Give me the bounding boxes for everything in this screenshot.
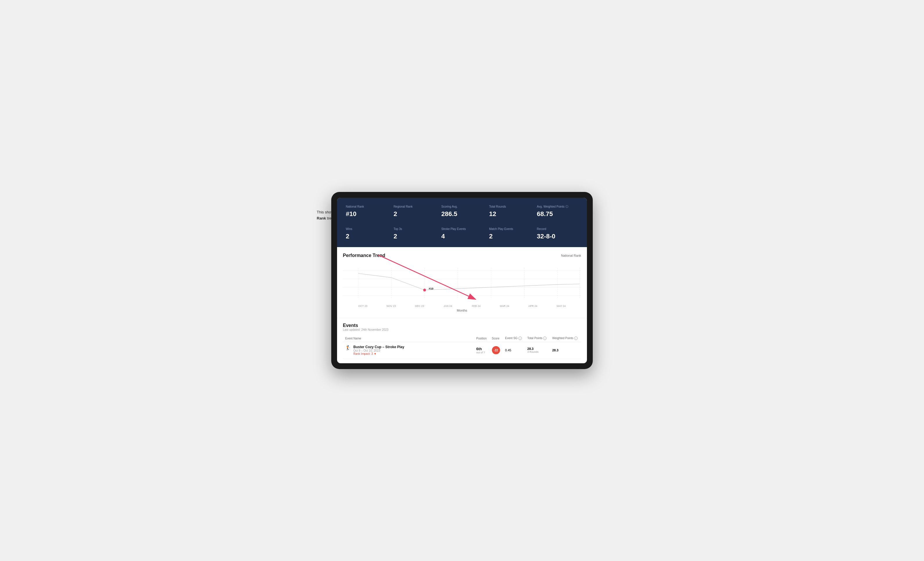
- col-event-name-label: Event Name: [345, 337, 361, 340]
- stats-row-1: National Rank #10 Regional Rank 2 Scorin…: [337, 198, 587, 225]
- stat-stroke-play-events-label: Stroke Play Events: [441, 227, 483, 231]
- total-points-info-icon: i: [543, 337, 546, 340]
- col-event-name: Event Name: [343, 335, 474, 342]
- col-event-sg-label: Event SG: [505, 337, 518, 340]
- x-label-may24: MAY 24: [547, 305, 576, 308]
- stat-scoring-avg: Scoring Avg. 286.5: [438, 202, 486, 220]
- col-score-label: Score: [492, 337, 500, 340]
- x-label-oct23: OCT 23: [349, 305, 377, 308]
- perf-header: Performance Trend National Rank: [343, 253, 581, 258]
- chart-container: #10: [343, 263, 581, 304]
- screen-content: National Rank #10 Regional Rank 2 Scorin…: [337, 198, 587, 364]
- stat-national-rank: National Rank #10: [343, 202, 390, 220]
- performance-section: Performance Trend National Rank: [337, 247, 587, 318]
- event-name-main: Buster Cozy Cup – Stroke Play: [353, 345, 404, 349]
- x-label-nov23: NOV 23: [377, 305, 406, 308]
- stat-record-value: 32-8-0: [537, 233, 578, 240]
- stat-match-play-events-value: 2: [489, 233, 530, 240]
- x-label-apr24: APR 24: [519, 305, 547, 308]
- col-event-sg: Event SG i: [502, 335, 525, 342]
- event-name-cell: 🏌 Buster Cozy Cup – Stroke Play Oct 9 – …: [343, 342, 474, 359]
- stat-total-rounds-value: 12: [489, 210, 530, 218]
- stat-wins: Wins 2: [343, 225, 390, 242]
- svg-text:#10: #10: [429, 287, 434, 290]
- stat-scoring-avg-label: Scoring Avg.: [441, 205, 483, 208]
- tablet-frame: National Rank #10 Regional Rank 2 Scorin…: [331, 192, 593, 370]
- stat-record-label: Record: [537, 227, 578, 231]
- tablet-screen: National Rank #10 Regional Rank 2 Scorin…: [337, 198, 587, 364]
- stat-avg-weighted-points-value: 68.75: [537, 210, 578, 218]
- stat-regional-rank: Regional Rank 2: [390, 202, 438, 220]
- performance-title: Performance Trend: [343, 253, 385, 258]
- col-position-label: Position: [476, 337, 487, 340]
- event-score-cell: -22: [490, 342, 503, 359]
- x-label-jan24: JAN 24: [434, 305, 462, 308]
- events-section: Events Last updated: 24th November 2023 …: [337, 318, 587, 364]
- weighted-points-info-icon: i: [574, 337, 578, 340]
- col-weighted-points: Weighted Points i: [550, 335, 581, 342]
- event-date: Oct 9 – Oct 10, 2023: [353, 349, 404, 352]
- events-last-updated: Last updated: 24th November 2023: [343, 328, 581, 331]
- performance-legend: National Rank: [561, 254, 581, 257]
- stat-top3s: Top 3s 2: [390, 225, 438, 242]
- stat-avg-weighted-points-label: Avg. Weighted Points ⓘ: [537, 205, 578, 208]
- col-score: Score: [490, 335, 503, 342]
- svg-point-14: [423, 289, 426, 292]
- col-weighted-points-label: Weighted Points: [552, 337, 573, 340]
- event-position-value: 6th: [476, 347, 487, 351]
- x-label-mar24: MAR 24: [490, 305, 519, 308]
- x-label-dec23: DEC 23: [405, 305, 434, 308]
- table-row: 🏌 Buster Cozy Cup – Stroke Play Oct 9 – …: [343, 342, 581, 359]
- event-total-points-cell: 28.3 3 Rounds: [525, 342, 550, 359]
- rank-impact: Rank Impact: 3 ▼: [353, 352, 404, 355]
- event-score-badge: -22: [492, 346, 500, 354]
- stats-row-2: Wins 2 Top 3s 2 Stroke Play Events 4 Mat…: [337, 225, 587, 247]
- event-sg-info-icon: i: [518, 337, 522, 340]
- stat-stroke-play-events-value: 4: [441, 233, 483, 240]
- performance-chart: #10: [343, 263, 581, 304]
- col-total-points: Total Points i: [525, 335, 550, 342]
- stat-total-rounds-label: Total Rounds: [489, 205, 530, 208]
- stat-national-rank-label: National Rank: [346, 205, 387, 208]
- event-position-cell: 6th out of 7: [474, 342, 490, 359]
- stat-top3s-value: 2: [393, 233, 435, 240]
- stat-wins-label: Wins: [346, 227, 387, 231]
- event-type-icon: 🏌: [345, 345, 351, 350]
- stat-record: Record 32-8-0: [534, 225, 581, 242]
- event-position-sub: out of 7: [476, 351, 487, 354]
- stat-top3s-label: Top 3s: [393, 227, 435, 231]
- stat-wins-value: 2: [346, 233, 387, 240]
- stat-national-rank-value: #10: [346, 210, 387, 218]
- stat-regional-rank-label: Regional Rank: [393, 205, 435, 208]
- event-total-points-sub: 3 Rounds: [527, 350, 548, 353]
- events-title: Events: [343, 323, 581, 328]
- stat-regional-rank-value: 2: [393, 210, 435, 218]
- stat-match-play-events-label: Match Play Events: [489, 227, 530, 231]
- x-label-feb24: FEB 24: [462, 305, 490, 308]
- col-position: Position: [474, 335, 490, 342]
- event-total-points-value: 28.3: [527, 347, 548, 350]
- stat-avg-weighted-points: Avg. Weighted Points ⓘ 68.75: [534, 202, 581, 220]
- col-total-points-label: Total Points: [527, 337, 543, 340]
- stat-stroke-play-events: Stroke Play Events 4: [438, 225, 486, 242]
- events-table-header-row: Event Name Position Score Event SG: [343, 335, 581, 342]
- chart-x-labels: OCT 23 NOV 23 DEC 23 JAN 24 FEB 24 MAR 2…: [343, 305, 581, 308]
- stat-match-play-events: Match Play Events 2: [486, 225, 533, 242]
- event-weighted-points-cell: 28.3: [550, 342, 581, 359]
- event-sg-value: 0.45: [505, 349, 511, 352]
- event-weighted-points-value: 28.3: [552, 349, 558, 352]
- events-table: Event Name Position Score Event SG: [343, 335, 581, 359]
- stat-scoring-avg-value: 286.5: [441, 210, 483, 218]
- chart-x-axis-title: Months: [343, 309, 581, 312]
- event-sg-cell: 0.45: [502, 342, 525, 359]
- stat-total-rounds: Total Rounds 12: [486, 202, 533, 220]
